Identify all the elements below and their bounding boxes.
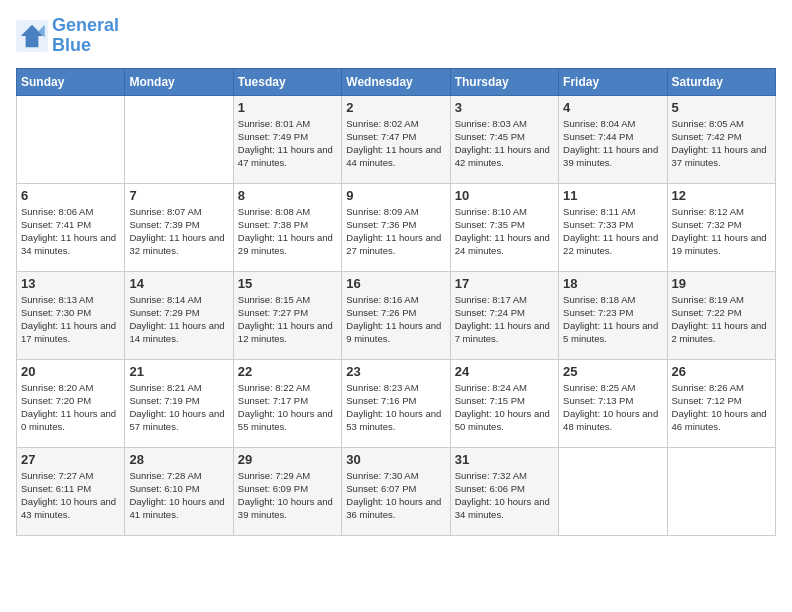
calendar-cell: 2 Sunrise: 8:02 AMSunset: 7:47 PMDayligh… bbox=[342, 95, 450, 183]
calendar-cell: 15 Sunrise: 8:15 AMSunset: 7:27 PMDaylig… bbox=[233, 271, 341, 359]
calendar-cell: 8 Sunrise: 8:08 AMSunset: 7:38 PMDayligh… bbox=[233, 183, 341, 271]
day-info: Sunrise: 8:08 AMSunset: 7:38 PMDaylight:… bbox=[238, 205, 337, 258]
day-number: 25 bbox=[563, 364, 662, 379]
day-number: 3 bbox=[455, 100, 554, 115]
day-info: Sunrise: 8:25 AMSunset: 7:13 PMDaylight:… bbox=[563, 381, 662, 434]
day-info: Sunrise: 8:21 AMSunset: 7:19 PMDaylight:… bbox=[129, 381, 228, 434]
logo: General Blue bbox=[16, 16, 119, 56]
day-info: Sunrise: 7:32 AMSunset: 6:06 PMDaylight:… bbox=[455, 469, 554, 522]
calendar-cell: 21 Sunrise: 8:21 AMSunset: 7:19 PMDaylig… bbox=[125, 359, 233, 447]
day-number: 24 bbox=[455, 364, 554, 379]
day-number: 27 bbox=[21, 452, 120, 467]
day-info: Sunrise: 8:16 AMSunset: 7:26 PMDaylight:… bbox=[346, 293, 445, 346]
day-number: 11 bbox=[563, 188, 662, 203]
day-info: Sunrise: 8:05 AMSunset: 7:42 PMDaylight:… bbox=[672, 117, 771, 170]
day-info: Sunrise: 8:01 AMSunset: 7:49 PMDaylight:… bbox=[238, 117, 337, 170]
column-header-thursday: Thursday bbox=[450, 68, 558, 95]
day-number: 22 bbox=[238, 364, 337, 379]
day-number: 20 bbox=[21, 364, 120, 379]
calendar-cell: 14 Sunrise: 8:14 AMSunset: 7:29 PMDaylig… bbox=[125, 271, 233, 359]
day-number: 10 bbox=[455, 188, 554, 203]
page-header: General Blue bbox=[16, 16, 776, 56]
calendar-cell: 25 Sunrise: 8:25 AMSunset: 7:13 PMDaylig… bbox=[559, 359, 667, 447]
day-number: 8 bbox=[238, 188, 337, 203]
day-info: Sunrise: 7:30 AMSunset: 6:07 PMDaylight:… bbox=[346, 469, 445, 522]
day-number: 31 bbox=[455, 452, 554, 467]
day-number: 17 bbox=[455, 276, 554, 291]
day-info: Sunrise: 8:26 AMSunset: 7:12 PMDaylight:… bbox=[672, 381, 771, 434]
calendar-cell bbox=[667, 447, 775, 535]
day-number: 7 bbox=[129, 188, 228, 203]
calendar-cell: 23 Sunrise: 8:23 AMSunset: 7:16 PMDaylig… bbox=[342, 359, 450, 447]
calendar-cell: 26 Sunrise: 8:26 AMSunset: 7:12 PMDaylig… bbox=[667, 359, 775, 447]
day-number: 30 bbox=[346, 452, 445, 467]
day-info: Sunrise: 8:18 AMSunset: 7:23 PMDaylight:… bbox=[563, 293, 662, 346]
day-number: 1 bbox=[238, 100, 337, 115]
calendar-cell: 5 Sunrise: 8:05 AMSunset: 7:42 PMDayligh… bbox=[667, 95, 775, 183]
logo-icon bbox=[16, 20, 48, 52]
column-header-friday: Friday bbox=[559, 68, 667, 95]
day-number: 18 bbox=[563, 276, 662, 291]
day-info: Sunrise: 8:02 AMSunset: 7:47 PMDaylight:… bbox=[346, 117, 445, 170]
calendar-cell: 28 Sunrise: 7:28 AMSunset: 6:10 PMDaylig… bbox=[125, 447, 233, 535]
column-header-saturday: Saturday bbox=[667, 68, 775, 95]
day-info: Sunrise: 8:15 AMSunset: 7:27 PMDaylight:… bbox=[238, 293, 337, 346]
day-number: 19 bbox=[672, 276, 771, 291]
day-number: 12 bbox=[672, 188, 771, 203]
day-info: Sunrise: 8:17 AMSunset: 7:24 PMDaylight:… bbox=[455, 293, 554, 346]
column-header-sunday: Sunday bbox=[17, 68, 125, 95]
day-info: Sunrise: 8:22 AMSunset: 7:17 PMDaylight:… bbox=[238, 381, 337, 434]
calendar-cell: 4 Sunrise: 8:04 AMSunset: 7:44 PMDayligh… bbox=[559, 95, 667, 183]
calendar-cell: 3 Sunrise: 8:03 AMSunset: 7:45 PMDayligh… bbox=[450, 95, 558, 183]
day-info: Sunrise: 8:03 AMSunset: 7:45 PMDaylight:… bbox=[455, 117, 554, 170]
day-number: 4 bbox=[563, 100, 662, 115]
calendar-cell: 13 Sunrise: 8:13 AMSunset: 7:30 PMDaylig… bbox=[17, 271, 125, 359]
day-info: Sunrise: 8:14 AMSunset: 7:29 PMDaylight:… bbox=[129, 293, 228, 346]
calendar-cell: 18 Sunrise: 8:18 AMSunset: 7:23 PMDaylig… bbox=[559, 271, 667, 359]
day-number: 9 bbox=[346, 188, 445, 203]
calendar-cell: 7 Sunrise: 8:07 AMSunset: 7:39 PMDayligh… bbox=[125, 183, 233, 271]
day-number: 14 bbox=[129, 276, 228, 291]
calendar-cell: 27 Sunrise: 7:27 AMSunset: 6:11 PMDaylig… bbox=[17, 447, 125, 535]
calendar-cell: 20 Sunrise: 8:20 AMSunset: 7:20 PMDaylig… bbox=[17, 359, 125, 447]
calendar-table: SundayMondayTuesdayWednesdayThursdayFrid… bbox=[16, 68, 776, 536]
day-number: 26 bbox=[672, 364, 771, 379]
calendar-cell bbox=[559, 447, 667, 535]
calendar-cell: 31 Sunrise: 7:32 AMSunset: 6:06 PMDaylig… bbox=[450, 447, 558, 535]
calendar-cell: 17 Sunrise: 8:17 AMSunset: 7:24 PMDaylig… bbox=[450, 271, 558, 359]
calendar-cell bbox=[17, 95, 125, 183]
calendar-cell: 29 Sunrise: 7:29 AMSunset: 6:09 PMDaylig… bbox=[233, 447, 341, 535]
day-info: Sunrise: 7:27 AMSunset: 6:11 PMDaylight:… bbox=[21, 469, 120, 522]
calendar-cell: 6 Sunrise: 8:06 AMSunset: 7:41 PMDayligh… bbox=[17, 183, 125, 271]
day-number: 13 bbox=[21, 276, 120, 291]
calendar-cell: 9 Sunrise: 8:09 AMSunset: 7:36 PMDayligh… bbox=[342, 183, 450, 271]
day-number: 23 bbox=[346, 364, 445, 379]
day-info: Sunrise: 8:24 AMSunset: 7:15 PMDaylight:… bbox=[455, 381, 554, 434]
calendar-cell: 19 Sunrise: 8:19 AMSunset: 7:22 PMDaylig… bbox=[667, 271, 775, 359]
day-info: Sunrise: 8:06 AMSunset: 7:41 PMDaylight:… bbox=[21, 205, 120, 258]
day-info: Sunrise: 8:20 AMSunset: 7:20 PMDaylight:… bbox=[21, 381, 120, 434]
day-info: Sunrise: 8:04 AMSunset: 7:44 PMDaylight:… bbox=[563, 117, 662, 170]
logo-text: General Blue bbox=[52, 16, 119, 56]
day-number: 5 bbox=[672, 100, 771, 115]
column-header-monday: Monday bbox=[125, 68, 233, 95]
day-number: 2 bbox=[346, 100, 445, 115]
column-header-wednesday: Wednesday bbox=[342, 68, 450, 95]
day-number: 29 bbox=[238, 452, 337, 467]
day-info: Sunrise: 7:28 AMSunset: 6:10 PMDaylight:… bbox=[129, 469, 228, 522]
day-number: 28 bbox=[129, 452, 228, 467]
day-info: Sunrise: 8:07 AMSunset: 7:39 PMDaylight:… bbox=[129, 205, 228, 258]
calendar-cell bbox=[125, 95, 233, 183]
day-info: Sunrise: 8:19 AMSunset: 7:22 PMDaylight:… bbox=[672, 293, 771, 346]
day-info: Sunrise: 7:29 AMSunset: 6:09 PMDaylight:… bbox=[238, 469, 337, 522]
calendar-cell: 10 Sunrise: 8:10 AMSunset: 7:35 PMDaylig… bbox=[450, 183, 558, 271]
calendar-cell: 12 Sunrise: 8:12 AMSunset: 7:32 PMDaylig… bbox=[667, 183, 775, 271]
day-info: Sunrise: 8:13 AMSunset: 7:30 PMDaylight:… bbox=[21, 293, 120, 346]
day-number: 6 bbox=[21, 188, 120, 203]
calendar-cell: 1 Sunrise: 8:01 AMSunset: 7:49 PMDayligh… bbox=[233, 95, 341, 183]
calendar-cell: 24 Sunrise: 8:24 AMSunset: 7:15 PMDaylig… bbox=[450, 359, 558, 447]
day-info: Sunrise: 8:11 AMSunset: 7:33 PMDaylight:… bbox=[563, 205, 662, 258]
day-info: Sunrise: 8:12 AMSunset: 7:32 PMDaylight:… bbox=[672, 205, 771, 258]
column-header-tuesday: Tuesday bbox=[233, 68, 341, 95]
calendar-cell: 30 Sunrise: 7:30 AMSunset: 6:07 PMDaylig… bbox=[342, 447, 450, 535]
